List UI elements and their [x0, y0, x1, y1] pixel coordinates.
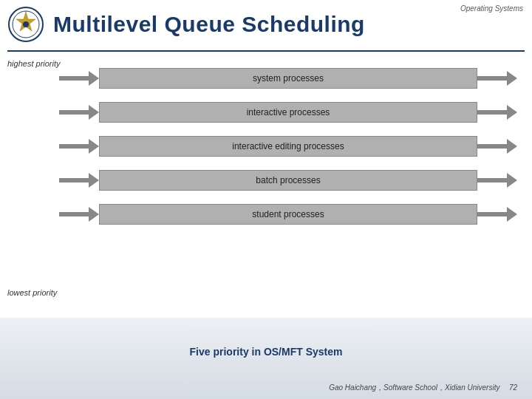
queue-label-4: student processes: [252, 209, 324, 219]
arrow-in-3: [59, 173, 99, 188]
queue-label-3: batch processes: [256, 175, 320, 185]
arrow-head-right2: [507, 139, 517, 154]
title-rule: [7, 50, 525, 52]
queue-label-1: interactive processes: [247, 107, 330, 117]
arrow-in-2: [59, 139, 99, 154]
arrow-shaft-right: [477, 110, 507, 115]
queue-box-3: batch processes: [99, 170, 477, 191]
arrow-shaft-left: [59, 76, 89, 81]
svg-point-3: [23, 21, 29, 27]
arrow-out-3: [477, 173, 517, 188]
arrow-out-2: [477, 139, 517, 154]
author-label: Gao Haichang，Software School，Xidian Univ…: [329, 383, 499, 392]
page-title: Multilevel Queue Scheduling: [53, 12, 365, 37]
queues-container: system processes interactive processes: [59, 65, 517, 235]
queue-row: batch processes: [59, 167, 517, 194]
footer-caption: Five priority in OS/MFT System: [0, 345, 532, 358]
arrow-head: [89, 207, 99, 222]
arrow-head-right2: [507, 207, 517, 222]
queue-box-0: system processes: [99, 68, 477, 89]
arrow-shaft-right: [477, 178, 507, 183]
page: Operating Systems Multilevel Queue Sched…: [0, 0, 532, 399]
queue-box-1: interactive processes: [99, 102, 477, 123]
arrow-head-right2: [507, 105, 517, 120]
arrow-head: [89, 71, 99, 86]
arrow-shaft-right: [477, 144, 507, 149]
arrow-head-right2: [507, 71, 517, 86]
arrow-in-4: [59, 207, 99, 222]
arrow-shaft-left: [59, 178, 89, 183]
arrow-out-1: [477, 105, 517, 120]
arrow-head: [89, 139, 99, 154]
queue-box-4: student processes: [99, 204, 477, 225]
highest-priority-label: highest priority: [7, 59, 61, 68]
header-row: Multilevel Queue Scheduling: [7, 6, 365, 43]
university-logo: [7, 6, 44, 43]
queue-label-2: interactive editing processes: [232, 141, 344, 151]
arrow-out-4: [477, 207, 517, 222]
arrow-head-right2: [507, 173, 517, 188]
operating-systems-label: Operating Systems: [460, 4, 523, 13]
arrow-shaft-left: [59, 212, 89, 216]
arrow-shaft-right: [477, 76, 507, 81]
arrow-shaft-right: [477, 212, 507, 216]
footer-bottom: Gao Haichang，Software School，Xidian Univ…: [0, 380, 517, 393]
arrow-shaft-left: [59, 110, 89, 115]
arrow-out-0: [477, 71, 517, 86]
arrow-in-1: [59, 105, 99, 120]
queue-row: interactive editing processes: [59, 133, 517, 160]
arrow-head: [89, 105, 99, 120]
queue-label-0: system processes: [253, 73, 324, 83]
arrow-shaft-left: [59, 144, 89, 149]
lowest-priority-label: lowest priority: [7, 288, 57, 297]
top-label: Operating Systems: [460, 4, 523, 13]
queue-box-2: interactive editing processes: [99, 136, 477, 157]
queue-row: system processes: [59, 65, 517, 92]
arrow-in-0: [59, 71, 99, 86]
queue-row: student processes: [59, 201, 517, 228]
queue-row: interactive processes: [59, 99, 517, 126]
arrow-head: [89, 173, 99, 188]
page-number: 72: [509, 383, 517, 392]
